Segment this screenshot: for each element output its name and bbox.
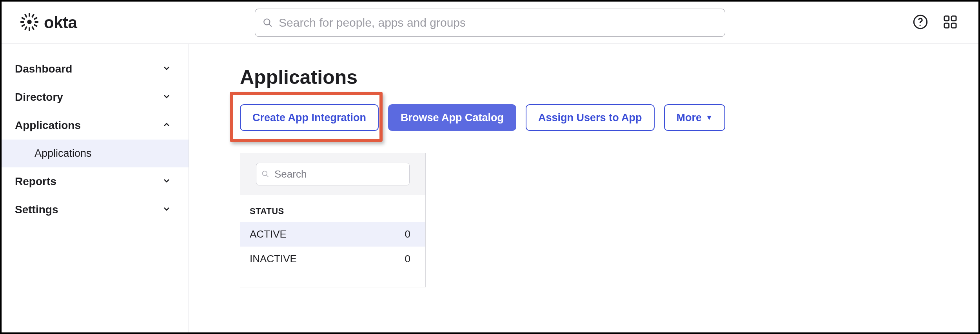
sidebar-item-applications[interactable]: Applications (2, 111, 189, 140)
app-launcher-button[interactable] (941, 13, 960, 33)
status-count: 0 (405, 228, 410, 240)
svg-rect-9 (21, 24, 25, 27)
sidebar-item-dashboard[interactable]: Dashboard (2, 55, 189, 83)
svg-rect-10 (20, 21, 24, 23)
chevron-down-icon (162, 204, 171, 215)
button-label: Assign Users to App (538, 112, 642, 124)
svg-point-16 (920, 25, 921, 26)
svg-rect-11 (21, 16, 25, 20)
page-title: Applications (240, 66, 938, 89)
help-icon (913, 25, 928, 31)
status-label: INACTIVE (250, 253, 297, 265)
svg-rect-4 (34, 21, 38, 23)
brand-logo-icon (20, 13, 38, 33)
assign-users-button[interactable]: Assign Users to App (526, 104, 655, 131)
chevron-down-icon (162, 176, 171, 187)
status-row-inactive[interactable]: INACTIVE 0 (240, 247, 425, 271)
svg-rect-20 (951, 23, 956, 28)
global-search-input[interactable] (255, 9, 725, 37)
sidebar-item-reports[interactable]: Reports (2, 167, 189, 196)
sidebar-item-label: Dashboard (15, 63, 72, 75)
dropdown-triangle-icon: ▼ (706, 114, 713, 122)
sidebar-subitem-applications[interactable]: Applications (2, 140, 189, 167)
help-button[interactable] (911, 13, 930, 33)
sidebar: Dashboard Directory Applications Applica… (2, 44, 189, 332)
brand: okta (20, 13, 77, 33)
create-app-integration-button[interactable]: Create App Integration (240, 104, 379, 131)
svg-rect-3 (34, 16, 38, 20)
status-label: ACTIVE (250, 228, 287, 240)
svg-point-0 (27, 20, 32, 24)
button-label: More (677, 112, 702, 124)
action-button-row: Create App Integration Browse App Catalo… (240, 104, 938, 131)
status-header: STATUS (240, 206, 425, 222)
sidebar-item-label: Directory (15, 91, 63, 103)
sidebar-subitem-label: Applications (34, 147, 92, 159)
chevron-down-icon (162, 64, 171, 74)
svg-rect-5 (34, 24, 38, 27)
panel-search-input[interactable] (256, 163, 410, 185)
svg-line-14 (269, 24, 272, 27)
svg-rect-17 (944, 16, 949, 21)
svg-rect-1 (29, 13, 30, 17)
sidebar-item-settings[interactable]: Settings (2, 196, 189, 224)
svg-point-13 (264, 19, 270, 25)
global-search-wrap (255, 9, 725, 37)
status-row-active[interactable]: ACTIVE 0 (240, 222, 425, 247)
main-content: Applications Create App Integration Brow… (189, 44, 978, 332)
svg-line-22 (267, 175, 269, 177)
sidebar-item-label: Settings (15, 203, 58, 216)
button-label: Create App Integration (252, 112, 366, 124)
svg-rect-8 (24, 26, 27, 30)
svg-rect-7 (29, 27, 30, 31)
brand-name: okta (44, 13, 77, 32)
grid-icon (942, 25, 958, 31)
svg-rect-12 (24, 14, 27, 18)
sidebar-item-directory[interactable]: Directory (2, 83, 189, 111)
top-bar: okta (2, 2, 978, 44)
status-panel: STATUS ACTIVE 0 INACTIVE 0 (240, 153, 426, 287)
more-button[interactable]: More ▼ (664, 104, 725, 131)
svg-rect-18 (951, 16, 956, 21)
sidebar-item-label: Reports (15, 175, 56, 188)
svg-rect-19 (944, 23, 949, 28)
chevron-up-icon (162, 120, 171, 131)
sidebar-item-label: Applications (15, 119, 81, 132)
svg-rect-2 (31, 14, 34, 18)
svg-rect-6 (31, 26, 34, 30)
browse-app-catalog-button[interactable]: Browse App Catalog (388, 104, 516, 131)
svg-point-21 (263, 171, 267, 176)
button-label: Browse App Catalog (401, 112, 504, 124)
chevron-down-icon (162, 92, 171, 103)
status-count: 0 (405, 253, 410, 265)
